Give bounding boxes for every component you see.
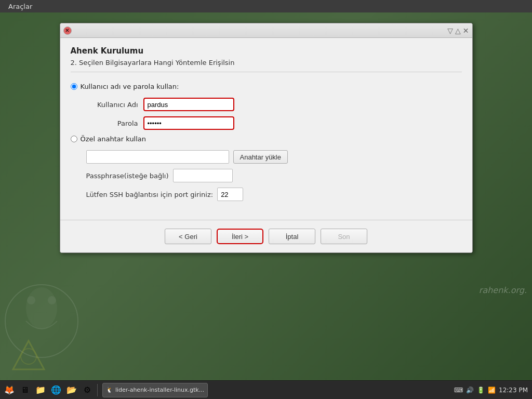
window-close-icon[interactable]: ✕ bbox=[463, 26, 469, 35]
dialog-content: Ahenk Kurulumu 2. Seçilen Bilgisayarlara… bbox=[60, 38, 472, 215]
taskbar: 🦊 🖥 📁 🌐 📂 ⚙ 🐧 lider-ahenk-installer-linu… bbox=[0, 380, 532, 399]
username-input[interactable] bbox=[143, 98, 234, 111]
taskbar-separator-1 bbox=[97, 384, 98, 396]
key-file-row: Anahtar yükle bbox=[71, 150, 462, 164]
taskbar-sound-icon[interactable]: 🔊 bbox=[466, 387, 474, 394]
taskbar-icon-terminal[interactable]: 🖥 bbox=[18, 383, 32, 397]
radio-key-row: Özel anahtar kullan bbox=[71, 135, 462, 143]
password-input[interactable] bbox=[143, 116, 234, 130]
taskbar-open-app[interactable]: 🐧 lider-ahenk-installer-linux.gtk... bbox=[102, 383, 208, 397]
taskbar-network-icon[interactable]: 📶 bbox=[488, 387, 496, 394]
taskbar-icon-firefox[interactable]: 🦊 bbox=[2, 383, 17, 397]
cancel-button[interactable]: İptal bbox=[269, 229, 315, 244]
taskbar-app-icons: 🦊 🖥 📁 🌐 📂 ⚙ 🐧 lider-ahenk-installer-linu… bbox=[2, 383, 208, 397]
radio-username-label[interactable]: Kullanıcı adı ve parola kullan: bbox=[81, 83, 179, 90]
passphrase-row: Passphrase(isteğe bağlı) bbox=[71, 169, 462, 182]
titlebar-right-controls: ▽ △ ✕ bbox=[447, 26, 469, 35]
menubar-araclar[interactable]: Araçlar bbox=[4, 2, 36, 11]
maximize-icon[interactable]: △ bbox=[455, 26, 461, 35]
main-dialog: ✕ ▽ △ ✕ Ahenk Kurulumu 2. Seçilen Bilgis… bbox=[60, 23, 473, 253]
close-button[interactable]: ✕ bbox=[63, 26, 72, 35]
taskbar-icon-settings[interactable]: ⚙ bbox=[80, 383, 95, 397]
ssh-port-label: Lütfen SSH bağlantısı için port giriniz: bbox=[86, 191, 214, 198]
key-load-button[interactable]: Anahtar yükle bbox=[233, 150, 288, 164]
taskbar-open-app-icon: 🐧 bbox=[106, 387, 113, 393]
taskbar-icon-files[interactable]: 📂 bbox=[64, 383, 79, 397]
finish-button[interactable]: Son bbox=[321, 229, 367, 244]
dialog-overlay: ✕ ▽ △ ✕ Ahenk Kurulumu 2. Seçilen Bilgis… bbox=[0, 12, 532, 380]
radio-key-label[interactable]: Özel anahtar kullan bbox=[81, 135, 147, 143]
dialog-titlebar: ✕ ▽ △ ✕ bbox=[60, 23, 472, 38]
passphrase-label: Passphrase(isteğe bağlı) bbox=[86, 172, 169, 180]
taskbar-clock: 12:23 PM bbox=[499, 387, 528, 394]
desktop: Araçlar rahenk.org. ✕ ▽ △ ✕ bbox=[0, 0, 532, 399]
taskbar-right: ⌨ 🔊 🔋 📶 12:23 PM bbox=[454, 387, 530, 394]
radio-username-password[interactable] bbox=[71, 83, 77, 90]
taskbar-open-app-label: lider-ahenk-installer-linux.gtk... bbox=[115, 387, 204, 393]
passphrase-input[interactable] bbox=[173, 169, 233, 182]
ssh-port-input[interactable] bbox=[217, 188, 243, 201]
minimize-icon[interactable]: ▽ bbox=[447, 26, 453, 35]
taskbar-battery-icon[interactable]: 🔋 bbox=[477, 387, 485, 394]
radio-key[interactable] bbox=[71, 136, 77, 142]
password-label: Parola bbox=[86, 119, 143, 127]
ssh-port-row: Lütfen SSH bağlantısı için port giriniz: bbox=[71, 188, 462, 201]
username-row: Kullanıcı Adı bbox=[71, 98, 462, 111]
password-row: Parola bbox=[71, 116, 462, 130]
back-button[interactable]: < Geri bbox=[165, 229, 211, 244]
username-label: Kullanıcı Adı bbox=[86, 101, 143, 109]
top-menubar: Araçlar bbox=[0, 0, 532, 12]
radio-username-row: Kullanıcı adı ve parola kullan: bbox=[71, 83, 462, 90]
dialog-footer: < Geri İleri > İptal Son bbox=[60, 220, 472, 252]
taskbar-icon-folder[interactable]: 📁 bbox=[33, 383, 48, 397]
taskbar-keyboard-icon[interactable]: ⌨ bbox=[454, 387, 463, 394]
key-path-input[interactable] bbox=[86, 150, 229, 164]
taskbar-icon-network[interactable]: 🌐 bbox=[49, 383, 63, 397]
dialog-title: Ahenk Kurulumu bbox=[71, 46, 462, 56]
next-button[interactable]: İleri > bbox=[217, 229, 263, 244]
dialog-subtitle: 2. Seçilen Bilgisayarlara Hangi Yöntemle… bbox=[71, 59, 462, 72]
